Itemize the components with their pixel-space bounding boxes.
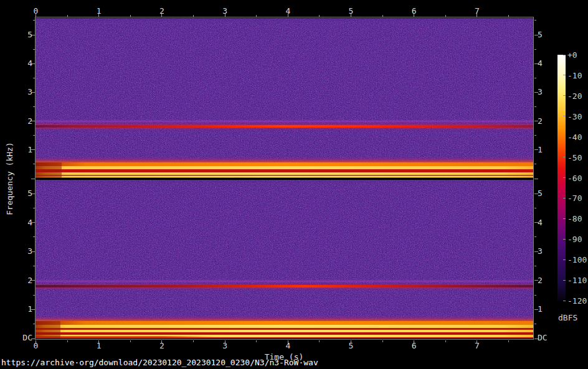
colorbar-tick-notch [563, 55, 566, 55]
colorbar-tick-label: -80 [567, 214, 582, 223]
time-minor-tick [67, 15, 68, 17]
freq-tick-label: 4 [538, 218, 543, 227]
freq-minor-tick [33, 266, 35, 266]
freq-tick-label: 4 [27, 218, 32, 227]
time-tick-label: 2 [159, 7, 164, 16]
freq-minor-tick [534, 20, 536, 21]
colorbar-tick-label: -100 [567, 255, 587, 264]
time-tick-label: 5 [349, 342, 354, 350]
freq-tick-label: 3 [27, 247, 32, 256]
colorbar-tick-notch [563, 116, 566, 116]
freq-dc-tick [31, 339, 35, 339]
colorbar-tick-label: -30 [567, 111, 582, 121]
freq-minor-tick [534, 164, 536, 164]
time-tick-label: 2 [159, 342, 164, 350]
time-minor-tick [67, 340, 68, 342]
freq-dc-tick [534, 179, 538, 179]
time-tick-label: 1 [97, 7, 102, 16]
freq-minor-tick [534, 49, 536, 50]
time-minor-tick [256, 340, 257, 342]
time-minor-tick [130, 340, 131, 342]
colorbar-tick-notch [563, 218, 566, 219]
time-tick-label: 3 [222, 342, 227, 350]
spectrogram-canvas [36, 18, 533, 339]
freq-minor-tick [33, 106, 35, 107]
colorbar-tick-notch [563, 301, 566, 301]
freq-tick-label: 2 [538, 117, 543, 126]
time-tick-label: 4 [285, 7, 290, 16]
freq-minor-tick [534, 106, 536, 107]
freq-minor-tick [534, 295, 536, 296]
time-tick-label: 0 [34, 7, 39, 16]
freq-tick-label: 4 [538, 59, 543, 68]
freq-tick-label: 5 [538, 189, 543, 198]
freq-minor-tick [534, 135, 536, 136]
freq-tick-label: 2 [27, 117, 32, 126]
freq-tick-label: 3 [27, 88, 32, 96]
freq-axis-label: Frequency (kHz) [5, 142, 14, 215]
time-minor-tick [193, 15, 194, 17]
colorbar-tick-notch [563, 177, 566, 178]
time-tick-label: 6 [412, 7, 417, 16]
time-minor-tick [319, 340, 320, 342]
freq-minor-tick [534, 324, 536, 324]
freq-tick-label: 1 [538, 305, 543, 314]
colorbar-tick-label: -90 [567, 235, 582, 244]
freq-tick-label: 5 [27, 189, 32, 198]
time-tick-label: 3 [222, 7, 227, 16]
colorbar-tick-label: -10 [567, 70, 582, 80]
time-tick-label: 7 [475, 342, 480, 350]
time-minor-tick [382, 340, 383, 342]
time-minor-tick [445, 340, 446, 342]
freq-minor-tick [33, 135, 35, 136]
time-tick-label: 1 [97, 342, 102, 350]
colorbar-tick-notch [563, 280, 566, 281]
colorbar-tick-label: -70 [567, 194, 582, 203]
colorbar-tick-notch [563, 239, 566, 240]
time-tick-label: 5 [349, 7, 354, 16]
colorbar-tick-notch [563, 95, 566, 96]
freq-minor-tick [33, 208, 35, 208]
freq-dc-tick [534, 339, 538, 339]
time-minor-tick [445, 15, 446, 17]
freq-tick-label: 4 [27, 59, 32, 68]
colorbar-tick-notch [563, 198, 566, 199]
freq-tick-label: 5 [27, 30, 32, 39]
colorbar-tick-label: -120 [567, 296, 587, 306]
freq-minor-tick [534, 208, 536, 208]
time-minor-tick [508, 340, 509, 342]
colorbar-tick-label: +0 [567, 50, 577, 60]
time-tick-label: 0 [34, 342, 39, 350]
colorbar-tick-notch [563, 136, 566, 137]
colorbar-unit-label: dBFS [558, 313, 577, 322]
freq-minor-tick [33, 324, 35, 324]
freq-tick-label: 1 [27, 146, 32, 154]
freq-tick-label: 1 [538, 146, 543, 154]
colorbar-tick-notch [563, 75, 566, 75]
colorbar-tick-label: -60 [567, 173, 582, 182]
colorbar-tick-notch [563, 259, 566, 260]
colorbar-tick-label: -110 [567, 276, 587, 285]
freq-minor-tick [534, 266, 536, 266]
time-minor-tick [130, 15, 131, 17]
time-minor-tick [508, 15, 509, 17]
freq-minor-tick [534, 78, 536, 78]
freq-tick-label: 1 [27, 305, 32, 314]
freq-tick-label: 3 [538, 247, 543, 256]
freq-minor-tick [33, 49, 35, 50]
colorbar-tick-label: -50 [567, 152, 582, 162]
freq-minor-tick [33, 78, 35, 78]
time-minor-tick [382, 15, 383, 17]
freq-minor-tick [33, 164, 35, 164]
spectrogram-plot-area [35, 17, 534, 340]
freq-tick-label: 5 [538, 30, 543, 39]
freq-dc-tick [31, 179, 35, 179]
colorbar-tick-notch [563, 157, 566, 157]
freq-tick-label: 3 [538, 88, 543, 96]
time-tick-label: 7 [475, 7, 480, 16]
time-minor-tick [193, 340, 194, 342]
time-minor-tick [319, 15, 320, 17]
freq-minor-tick [33, 295, 35, 296]
freq-minor-tick [33, 236, 35, 237]
freq-tick-label: 2 [27, 276, 32, 285]
